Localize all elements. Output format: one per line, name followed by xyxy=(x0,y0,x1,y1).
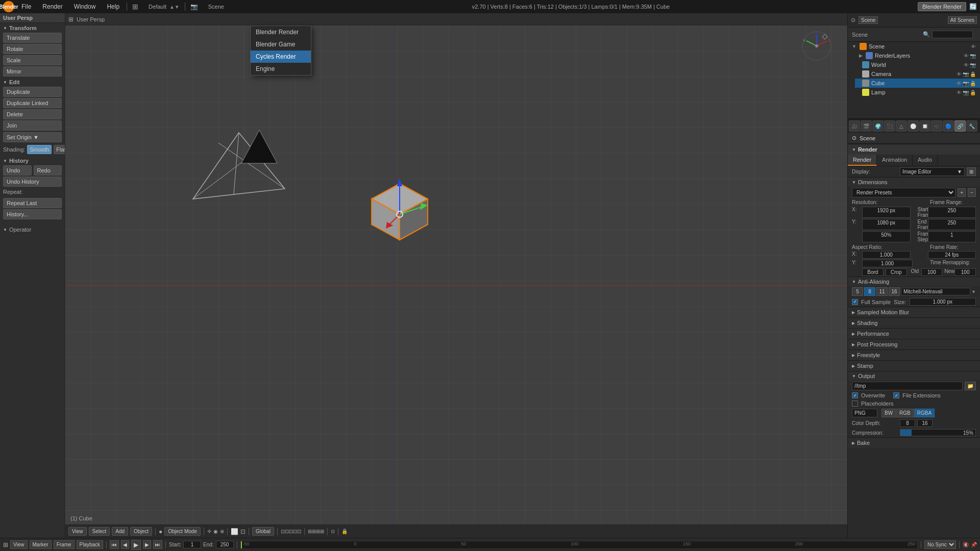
color-depth-16-btn[interactable]: 16 xyxy=(917,419,933,427)
engine-option-engine[interactable]: Engine xyxy=(251,63,311,75)
btn-redo[interactable]: Redo xyxy=(34,165,62,176)
tl-play[interactable]: ▶ xyxy=(131,540,141,550)
prop-tab-particle[interactable]: ·:· xyxy=(931,120,942,132)
eye-icon-cube[interactable]: 👁 xyxy=(957,81,962,86)
aa-section-header[interactable]: Anti-Aliasing xyxy=(848,277,980,286)
btn-set-origin[interactable]: Set Origin ▼ xyxy=(3,132,62,142)
vtb-object[interactable]: Object xyxy=(130,527,152,536)
btn-duplicate[interactable]: Duplicate xyxy=(3,87,62,97)
overwrite-checkbox[interactable]: ✓ xyxy=(852,392,858,398)
res-x-value[interactable]: 1920 px xyxy=(862,207,911,218)
eye-icon-lamp[interactable]: 👁 xyxy=(957,90,962,95)
engine-option-cycles[interactable]: Cycles Render xyxy=(251,51,311,63)
engine-refresh-icon[interactable]: 🔄 xyxy=(969,3,977,10)
tl-end-val[interactable] xyxy=(216,541,234,548)
btn-duplicate-linked[interactable]: Duplicate Linked xyxy=(3,98,62,108)
freestyle-section[interactable]: Freestyle xyxy=(848,349,980,360)
output-section-header[interactable]: Output xyxy=(848,371,980,381)
shading-solid-icon[interactable]: ⬜ xyxy=(231,528,238,535)
timeline-view-btn[interactable]: View xyxy=(10,540,28,549)
placeholders-checkbox[interactable] xyxy=(852,400,858,407)
btn-undo-history[interactable]: Undo History xyxy=(3,177,62,187)
outliner-item-lamp[interactable]: Lamp 👁 📷 🔒 xyxy=(855,88,980,97)
menu-help[interactable]: Help xyxy=(105,2,121,11)
eye-icon-cam[interactable]: 👁 xyxy=(957,71,962,77)
res-y-value[interactable]: 1080 px xyxy=(862,219,911,230)
outliner-item-world[interactable]: World 👁 📷 xyxy=(855,60,980,69)
aa-btn-8[interactable]: 8 xyxy=(864,287,875,296)
crop-btn[interactable]: Crop xyxy=(886,268,907,276)
full-sample-checkbox[interactable]: ✓ xyxy=(852,299,858,305)
shading-smooth-btn[interactable]: Smooth xyxy=(27,145,52,154)
render-presets-select[interactable]: Render Presets xyxy=(852,188,955,197)
cam-icon-world[interactable]: 📷 xyxy=(970,62,976,68)
prop-tab-texture[interactable]: 🔲 xyxy=(919,120,930,132)
start-frame-value[interactable]: 250 xyxy=(928,207,976,218)
menu-file[interactable]: File xyxy=(19,2,33,11)
vtb-add[interactable]: Add xyxy=(112,527,128,536)
outliner-item-cube[interactable]: Cube 👁 📷 🔒 xyxy=(855,79,980,88)
menu-window[interactable]: Window xyxy=(72,2,98,11)
rp-add-btn[interactable]: + xyxy=(958,188,966,197)
3d-viewport[interactable]: X Y Z (1) Cube xyxy=(65,26,847,524)
bake-section[interactable]: Bake xyxy=(848,437,980,448)
prop-tab-world[interactable]: 🌍 xyxy=(872,120,884,132)
outliner-item-renderlayers[interactable]: ▶ RenderLayers 👁 📷 xyxy=(855,51,980,60)
eye-icon-world[interactable]: 👁 xyxy=(964,62,969,68)
vtb-mode[interactable]: Object Mode xyxy=(164,527,201,536)
prop-tab-render[interactable]: 🎥 xyxy=(849,120,860,132)
btn-rotate[interactable]: Rotate xyxy=(3,44,62,54)
aspect-x-value[interactable]: 1.000 xyxy=(862,251,911,259)
timeline-frame-btn[interactable]: Frame xyxy=(54,540,75,549)
frame-step-value[interactable]: 1 xyxy=(928,231,976,242)
render-tab-audio[interactable]: Audio xyxy=(913,155,938,166)
btn-join[interactable]: Join xyxy=(3,120,62,131)
display-value-dropdown[interactable]: Image Editor ▼ xyxy=(900,167,965,176)
stamp-section[interactable]: Stamp xyxy=(848,360,980,371)
compression-bar[interactable]: 15% xyxy=(900,429,976,436)
dimensions-section[interactable]: Dimensions xyxy=(848,177,980,187)
color-btn-rgba[interactable]: RGBA xyxy=(914,409,935,417)
post-processing-section[interactable]: Post Processing xyxy=(848,339,980,349)
aspect-y-value[interactable]: 1.000 xyxy=(862,260,913,267)
timeline-playback-btn[interactable]: Playback xyxy=(77,540,104,549)
shading-flat-btn[interactable]: Flat xyxy=(54,145,65,154)
fps-value[interactable]: 24 fps xyxy=(928,251,976,259)
aa-size-value[interactable]: 1.000 px xyxy=(910,298,976,306)
prop-tab-physics[interactable]: 🔵 xyxy=(943,120,954,132)
rp-remove-btn[interactable]: − xyxy=(968,188,976,197)
vtb-select[interactable]: Select xyxy=(89,527,110,536)
tl-jump-end[interactable]: ⏭ xyxy=(153,540,162,549)
tl-sync-select[interactable]: No Sync xyxy=(924,540,956,549)
end-frame-value[interactable]: 250 xyxy=(928,219,976,230)
outliner-item-scene[interactable]: ▼ Scene 👁 xyxy=(848,42,980,51)
render-section-header[interactable]: Render xyxy=(848,144,980,155)
vtb-view[interactable]: View xyxy=(68,527,87,536)
shading-wire-icon[interactable]: ⊡ xyxy=(240,528,246,535)
time-old-value[interactable]: 100 xyxy=(921,268,943,276)
btn-scale[interactable]: Scale xyxy=(3,55,62,65)
time-new-value[interactable]: 100 xyxy=(954,268,976,276)
output-path-input[interactable] xyxy=(852,382,963,390)
menu-render[interactable]: Render xyxy=(40,2,64,11)
btn-mirror[interactable]: Mirror xyxy=(3,66,62,77)
cam-icon-cube[interactable]: 📷 xyxy=(963,81,969,86)
engine-selector[interactable]: Blender Render xyxy=(918,2,966,11)
engine-option-blender-game[interactable]: Blender Game xyxy=(251,38,311,51)
btn-history[interactable]: History... xyxy=(3,209,62,219)
aa-btn-16[interactable]: 16 xyxy=(889,287,900,296)
btn-undo[interactable]: Undo xyxy=(3,165,32,176)
render-tab-animation[interactable]: Animation xyxy=(877,155,913,166)
prop-tab-scene[interactable]: 🎬 xyxy=(861,120,872,132)
engine-option-blender-render[interactable]: Blender Render xyxy=(251,26,311,38)
tl-jump-start[interactable]: ⏮ xyxy=(110,540,119,549)
file-ext-checkbox[interactable]: ✓ xyxy=(893,392,899,398)
cam-icon-lamp[interactable]: 📷 xyxy=(963,90,969,95)
eye-icon-rl[interactable]: 👁 xyxy=(964,53,969,59)
lock-icon-lamp[interactable]: 🔒 xyxy=(970,90,976,95)
prop-tab-constraints[interactable]: 🔗 xyxy=(954,120,966,132)
bord-btn[interactable]: Bord xyxy=(862,268,884,276)
tl-start-val[interactable] xyxy=(183,541,201,548)
timeline-bar[interactable]: -50 0 50 100 150 200 250 xyxy=(240,541,918,549)
outliner-item-camera[interactable]: Camera 👁 📷 🔒 xyxy=(855,69,980,79)
